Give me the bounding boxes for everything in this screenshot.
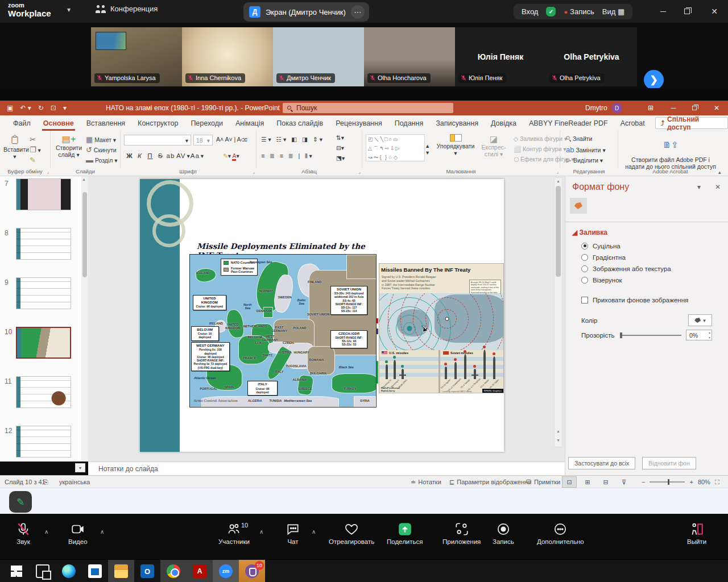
chevron-down-icon[interactable]: ▾ <box>67 6 71 14</box>
fit-slide-icon[interactable]: ⛶ <box>715 479 719 486</box>
thumbnails-scrollbar[interactable]: ▲ <box>81 176 88 462</box>
search-box[interactable]: Пошук <box>283 103 453 113</box>
copy-button[interactable]: ❐ ▾ <box>30 146 41 154</box>
participant-tile[interactable]: Юлія Пеняк Юлія Пеняк <box>455 27 546 86</box>
edge-icon[interactable] <box>62 564 76 578</box>
apply-to-all-button[interactable]: Застосувати до всіх <box>568 457 635 469</box>
slide-sorter-view-button[interactable]: ⊞ <box>580 476 595 488</box>
account-area[interactable]: Dmytro D <box>585 101 622 115</box>
taskbar-cell[interactable] <box>108 560 134 582</box>
reset-background-button[interactable]: Відновити фон <box>642 457 696 469</box>
font-style-buttons[interactable]: ЖКПSabAV▾Aa▾ <box>125 152 204 159</box>
notes-toggle[interactable]: ≐Нотатки <box>411 476 441 488</box>
slide-preview[interactable] <box>16 327 71 359</box>
chat-caret[interactable]: ∧ <box>312 529 316 535</box>
more-button[interactable]: Дополнительно <box>537 522 584 545</box>
char-spacing-button[interactable]: AV <box>176 152 186 159</box>
taskbar-cell[interactable] <box>82 560 108 582</box>
quick-styles-button[interactable]: ◪ Експрес-стилі ▾ <box>476 134 511 157</box>
fill-tab-button[interactable] <box>570 198 587 214</box>
spellcheck-icon[interactable]: ⎘ <box>43 476 48 488</box>
align-text-button[interactable]: ⊟▾ <box>336 144 344 151</box>
shape-outline-button[interactable]: ⬜ Контур фігури ▾ <box>514 146 566 153</box>
chat-button[interactable]: Чат <box>286 522 300 545</box>
language-indicator[interactable]: українська <box>59 476 90 488</box>
start-slideshow-icon[interactable]: ⊡ <box>51 104 56 112</box>
color-picker-button[interactable]: ▾ <box>688 314 712 326</box>
reading-view-button[interactable]: ⊟ <box>598 476 613 488</box>
video-button[interactable]: Видео <box>68 522 88 545</box>
font-name-select[interactable]: ▾ <box>124 135 191 146</box>
video-options-caret[interactable]: ∧ <box>100 529 104 535</box>
ppt-minimize-button[interactable]: ─ <box>663 101 684 115</box>
align-buttons[interactable]: ≡ ≣ ≡ ≣ | ⫴▾ <box>261 152 314 160</box>
slider-handle[interactable] <box>620 332 622 338</box>
previous-slide-icon[interactable]: ▲ <box>555 429 562 433</box>
taskbar-cell[interactable] <box>3 560 30 582</box>
inf-missiles-infographic[interactable]: Missiles Banned By The INF Treaty Signed… <box>379 263 504 393</box>
participants-caret[interactable]: ∧ <box>259 529 263 535</box>
record-indicator[interactable]: ●Запись <box>564 7 594 16</box>
section-button[interactable]: ▬ Розділ ▾ <box>86 156 118 164</box>
acrobat-icon[interactable]: A <box>193 564 206 578</box>
menu-tab[interactable]: Показ слайдів <box>270 115 329 131</box>
participant-tile[interactable]: Yampolska Larysa <box>91 27 182 86</box>
bold-button[interactable]: Ж <box>125 152 134 159</box>
participant-tile[interactable]: Дмитро Ченчик <box>273 27 364 86</box>
zoom-slider[interactable] <box>650 481 685 483</box>
dialog-launcher-icon[interactable]: ⌟ <box>556 169 559 174</box>
task-view-icon[interactable] <box>36 564 49 578</box>
ribbon-display-options-button[interactable]: ⊞ <box>640 101 661 115</box>
ppt-close-button[interactable]: ✕ <box>706 101 727 115</box>
slide-thumbnail[interactable]: 12 <box>0 423 88 462</box>
find-button[interactable]: Знайти <box>566 135 592 142</box>
fill-option[interactable]: Зображення або текстура <box>581 265 671 272</box>
scrollbar-thumb[interactable] <box>82 192 87 277</box>
highlight-font-color-buttons[interactable]: ✎▾ A▾ <box>223 152 239 159</box>
scroll-up-icon[interactable]: ▲ <box>82 177 86 181</box>
menu-tab[interactable]: Анімація <box>229 115 270 131</box>
menu-tab[interactable]: Переходи <box>184 115 229 131</box>
strikethrough-button[interactable]: S <box>156 152 165 159</box>
fill-option[interactable]: Градієнтна <box>581 253 671 261</box>
list-indent-buttons[interactable]: ☰▾ ☷▾ ◧ ◨ ⇕▾ <box>261 136 324 143</box>
taskbar-cell[interactable]: A <box>187 560 213 582</box>
reactions-button[interactable]: Отреагировать <box>329 522 374 545</box>
more-options-icon[interactable]: ⋯ <box>351 5 365 19</box>
dialog-launcher-icon[interactable]: ⌟ <box>358 169 361 174</box>
store-icon[interactable] <box>88 564 102 578</box>
chrome-icon[interactable] <box>167 564 180 578</box>
radio-icon[interactable] <box>581 243 588 250</box>
menu-tab[interactable]: Записування <box>429 115 485 131</box>
slide-preview[interactable] <box>16 426 71 458</box>
ppt-restore-button[interactable] <box>684 101 705 115</box>
participant-tile[interactable]: Olha Honcharova <box>364 27 455 86</box>
menu-tab[interactable]: Конструктор <box>131 115 184 131</box>
zoom-out-icon[interactable]: − <box>642 479 645 485</box>
scrollbar-thumb[interactable] <box>556 186 561 277</box>
paste-button[interactable]: 📋︎ Вставити▾ <box>3 134 26 160</box>
customize-toolbar-icon[interactable]: ▾ <box>63 104 67 112</box>
pane-close-icon[interactable]: ✕ <box>715 183 721 191</box>
zoom-app-icon[interactable]: zm <box>219 564 233 578</box>
tab-shared-screen[interactable]: Д Экран (Дмитро Ченчик) ⋯ <box>243 2 369 22</box>
arrange-button[interactable]: Упорядкувати▾ <box>434 134 477 156</box>
zoom-percentage[interactable]: 80% <box>698 479 710 485</box>
menu-tab[interactable]: ABBYY FineReader PDF <box>523 115 614 131</box>
share-document-button[interactable]: ⤴ Спільний доступ <box>655 117 728 129</box>
taskbar-cell[interactable] <box>30 560 56 582</box>
audio-options-caret[interactable]: ∧ <box>44 529 48 535</box>
smartart-button[interactable]: ⬔▾ <box>336 155 345 161</box>
menu-tab[interactable]: Подання <box>388 115 429 131</box>
notes-area[interactable]: Нотатки до слайда <box>88 462 565 475</box>
slide-canvas[interactable]: Missile Deployments Eliminated by the IN… <box>140 179 504 452</box>
slide-thumbnail[interactable]: 8 <box>0 226 88 275</box>
underline-button[interactable]: П <box>146 152 155 159</box>
collapse-ribbon-icon[interactable]: ▴ <box>718 169 721 175</box>
text-direction-button[interactable]: ⇅▾ <box>336 134 344 141</box>
shapes-gallery[interactable]: ◰＼╲□○▭△⌒↰⇨⇩▷↝〜{ }☆◇ <box>366 134 425 161</box>
slide-preview[interactable] <box>16 178 71 210</box>
slide-thumbnail[interactable]: 11 <box>0 374 88 423</box>
share-screen-button[interactable]: Поделиться <box>387 522 423 545</box>
slide-preview[interactable] <box>16 228 71 260</box>
